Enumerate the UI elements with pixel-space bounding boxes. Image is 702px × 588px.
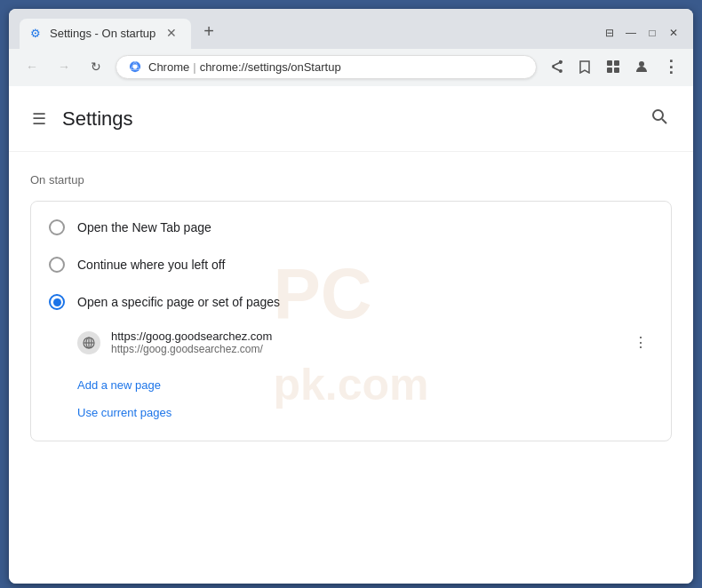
reload-button[interactable]: ↻ <box>84 54 108 79</box>
back-button[interactable]: ← <box>20 54 44 79</box>
svg-line-8 <box>662 119 666 123</box>
settings-content: On startup Open the New Tab page Continu… <box>9 152 693 463</box>
share-button[interactable] <box>544 54 569 79</box>
settings-page-title: Settings <box>62 107 133 131</box>
window-minimize-button[interactable]: — <box>622 24 640 42</box>
tab-close-button[interactable]: ✕ <box>163 24 180 42</box>
tab-favicon-icon: ⚙ <box>30 27 43 39</box>
svg-point-6 <box>639 61 644 67</box>
hamburger-menu-button[interactable]: ☰ <box>27 104 52 134</box>
options-card: Open the New Tab page Continue where you… <box>30 201 672 441</box>
page-content: PCpk.com ☰ Settings On startup Open <box>9 86 693 584</box>
url-path: chrome://settings/onStartup <box>200 60 341 74</box>
page-urls: https://goog.goodsearchez.com https://go… <box>111 330 618 355</box>
chrome-logo-icon <box>129 60 141 73</box>
page-url-sub: https://goog.goodsearchez.com/ <box>111 343 618 355</box>
page-globe-icon <box>77 331 100 354</box>
radio-continue[interactable] <box>49 257 65 273</box>
bookmark-button[interactable] <box>572 54 597 79</box>
radio-specific-pages[interactable] <box>49 294 65 310</box>
url-bar[interactable]: Chrome | chrome://settings/onStartup <box>116 55 537 79</box>
page-more-button[interactable]: ⋮ <box>628 330 653 355</box>
radio-new-tab[interactable] <box>49 219 65 235</box>
svg-rect-3 <box>614 60 619 66</box>
settings-header: ☰ Settings <box>9 86 693 152</box>
profile-button[interactable] <box>629 54 654 79</box>
page-url-main: https://goog.goodsearchez.com <box>111 330 618 343</box>
forward-button[interactable]: → <box>52 54 76 79</box>
more-button[interactable]: ⋮ <box>658 54 682 79</box>
active-tab[interactable]: ⚙ Settings - On startup ✕ <box>20 19 191 49</box>
option-specific-pages-label: Open a specific page or set of pages <box>77 295 280 309</box>
new-tab-button[interactable]: + <box>195 16 223 49</box>
option-new-tab-label: Open the New Tab page <box>77 220 211 234</box>
section-title: On startup <box>30 173 672 187</box>
settings-title-area: ☰ Settings <box>27 104 133 134</box>
option-continue-row[interactable]: Continue where you left off <box>31 246 671 283</box>
svg-point-7 <box>653 110 663 120</box>
window-controls: ⊟ — □ ✕ <box>601 24 682 49</box>
option-new-tab-row[interactable]: Open the New Tab page <box>31 209 671 246</box>
window-close-button[interactable]: ✕ <box>665 24 682 42</box>
svg-rect-5 <box>614 68 619 73</box>
extensions-button[interactable] <box>601 54 626 79</box>
svg-point-1 <box>132 64 137 68</box>
use-current-pages-link[interactable]: Use current pages <box>77 399 653 426</box>
address-bar: ← → ↻ Chrome | chrome://settings/onStart… <box>9 49 693 86</box>
window-restore-button[interactable]: ⊟ <box>601 24 618 42</box>
option-specific-pages-row[interactable]: Open a specific page or set of pages <box>31 283 671 321</box>
action-links: Add a new page Use current pages <box>31 364 671 433</box>
option-continue-label: Continue where you left off <box>77 258 225 272</box>
url-separator: | <box>193 60 195 74</box>
browser-window: ⚙ Settings - On startup ✕ + ⊟ — □ ✕ ← → … <box>9 9 693 584</box>
tab-title: Settings - On startup <box>50 27 156 40</box>
title-bar: ⚙ Settings - On startup ✕ + ⊟ — □ ✕ <box>9 9 693 49</box>
toolbar-icons: ⋮ <box>544 54 682 79</box>
add-new-page-link[interactable]: Add a new page <box>77 371 653 399</box>
svg-rect-2 <box>607 60 612 66</box>
url-site: Chrome <box>148 60 189 74</box>
svg-rect-4 <box>607 68 612 73</box>
window-maximize-button[interactable]: □ <box>643 24 661 42</box>
settings-search-button[interactable] <box>643 100 675 137</box>
url-text: Chrome | chrome://settings/onStartup <box>148 60 341 74</box>
page-entry: https://goog.goodsearchez.com https://go… <box>31 321 671 364</box>
